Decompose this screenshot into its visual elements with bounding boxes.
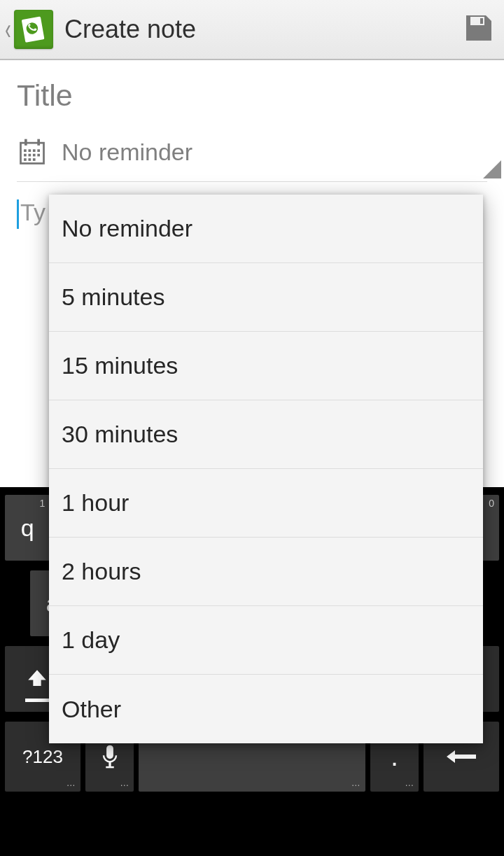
body-placeholder-text: Ty (20, 199, 46, 225)
calendar-icon (17, 136, 48, 167)
key-q[interactable]: 1q (5, 495, 50, 561)
reminder-option[interactable]: Other (49, 675, 483, 743)
save-button[interactable] (462, 11, 496, 48)
reminder-spinner[interactable]: No reminder (17, 132, 487, 171)
spinner-indicator-icon (483, 160, 501, 178)
svg-rect-7 (33, 149, 36, 152)
reminder-option[interactable]: 5 minutes (49, 263, 483, 332)
svg-rect-3 (24, 139, 27, 146)
svg-rect-13 (24, 158, 27, 161)
app-icon[interactable] (14, 10, 53, 49)
svg-rect-4 (37, 139, 40, 146)
svg-rect-8 (37, 149, 40, 152)
svg-rect-14 (29, 158, 31, 161)
reminder-option[interactable]: 15 minutes (49, 332, 483, 400)
title-input[interactable]: Title (17, 78, 487, 132)
reminder-selected-label: No reminder (62, 139, 487, 166)
page-title: Create note (64, 15, 462, 44)
shift-icon (25, 667, 49, 691)
back-chevron-icon[interactable]: ‹ (5, 13, 12, 46)
action-bar: ‹ Create note (0, 0, 504, 60)
enter-icon (444, 747, 478, 766)
reminder-option[interactable]: 30 minutes (49, 400, 483, 469)
reminder-dropdown: No reminder 5 minutes 15 minutes 30 minu… (49, 195, 483, 743)
reminder-option[interactable]: 1 day (49, 606, 483, 675)
svg-rect-11 (33, 154, 36, 157)
svg-rect-10 (29, 154, 31, 157)
mic-icon (101, 744, 119, 769)
svg-rect-18 (106, 766, 113, 768)
svg-rect-6 (29, 149, 31, 152)
svg-rect-17 (108, 762, 111, 766)
save-icon (462, 11, 496, 45)
svg-rect-5 (24, 149, 27, 152)
reminder-option[interactable]: 1 hour (49, 469, 483, 538)
svg-rect-9 (24, 154, 27, 157)
text-cursor (17, 199, 19, 229)
reminder-option[interactable]: No reminder (49, 195, 483, 263)
svg-rect-15 (33, 158, 36, 161)
svg-rect-12 (37, 154, 40, 157)
svg-rect-16 (106, 745, 113, 759)
reminder-option[interactable]: 2 hours (49, 538, 483, 606)
